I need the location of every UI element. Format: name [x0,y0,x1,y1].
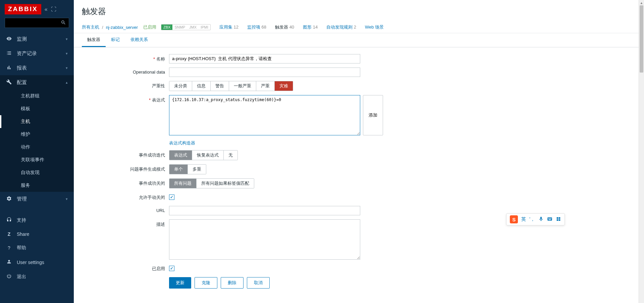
chevron-down-icon: ▾ [66,51,68,56]
agent-badge: ZBX SNMP JMX IPMI [161,24,211,30]
nav-administration[interactable]: 管理 ▾ [0,192,74,206]
severity-information[interactable]: 信息 [192,81,211,91]
cancel-button[interactable]: 取消 [247,277,270,289]
status-enabled: 已启用 [143,24,156,30]
tabs: 触发器 标记 依赖关系 [74,33,639,47]
sidebar-top: ZABBIX « ⛶ [0,0,74,18]
severity-disaster[interactable]: 灾难 [275,81,293,91]
severity-group: 未分类 信息 警告 一般严重 严重 灾难 [169,81,293,91]
label-name: *名称 [82,54,169,62]
filter-graphs[interactable]: 图形 14 [303,24,318,30]
ime-punct-icon[interactable]: '， [529,216,535,222]
scroll-thumb[interactable] [640,5,643,73]
subnav-hostgroups[interactable]: 主机群组 [0,90,74,102]
action-buttons: 更新 克隆 删除 取消 [169,277,631,289]
ime-mic-icon[interactable] [538,216,544,223]
scrollbar[interactable]: ▲ [639,0,644,303]
bc-all-hosts[interactable]: 所有主机 [82,24,99,30]
input-name[interactable] [169,54,360,63]
ime-lang[interactable]: 英 [521,216,526,222]
bottom-logout[interactable]: 退出 [0,269,74,284]
problemmode-multiple[interactable]: 多重 [188,165,206,174]
search-icon[interactable] [61,20,66,26]
sidebar: ZABBIX « ⛶ 监测 ▾ 资产记录 ▾ 报表 ▾ [0,0,74,303]
label-opdata: Operational data [82,68,169,75]
expression-constructor-link[interactable]: 表达式构造器 [169,140,195,145]
subnav-templates[interactable]: 模板 [0,102,74,115]
label-desc: 描述 [82,219,169,227]
okevent-none[interactable]: 无 [224,150,237,160]
filter-applications[interactable]: 应用集 12 [219,24,238,30]
main: 触发器 所有主机 / nj-zabbix_server 已启用 ZBX SNMP… [74,0,639,303]
problemmode-single[interactable]: 单个 [169,165,188,174]
subnav-services[interactable]: 服务 [0,179,74,192]
textarea-expression[interactable]: {172.16.10.37:a_proxy_status.fuzzytime(6… [169,95,360,135]
tab-tags[interactable]: 标记 [106,33,125,47]
bottom-share[interactable]: Z Share [0,227,74,241]
severity-warning[interactable]: 警告 [211,81,229,91]
power-icon [6,273,12,280]
severity-notclassified[interactable]: 未分类 [169,81,192,91]
ime-logo-icon: S [510,215,518,223]
update-button[interactable]: 更新 [169,277,191,289]
bottom-help[interactable]: ? 帮助 [0,241,74,255]
chevron-down-icon: ▾ [66,37,68,41]
label-problemmode: 问题事件生成模式 [82,164,169,172]
ime-bar[interactable]: S 英 '， [506,213,565,225]
add-expression-button[interactable]: 添加 [363,95,383,135]
z-icon: Z [6,231,12,237]
subnav-hosts[interactable]: 主机 [0,115,74,128]
filter-discovery[interactable]: 自动发现规则 2 [326,24,356,30]
search-box[interactable] [5,18,69,28]
form-area: *名称 Operational data 严重性 未分类 信息 警告 一般严重 … [74,47,639,295]
search-wrap [0,18,74,32]
input-url[interactable] [169,206,360,215]
checkbox-enabled[interactable] [169,266,174,271]
delete-button[interactable]: 删除 [221,277,244,289]
filter-triggers[interactable]: 触发器 40 [275,24,294,30]
bottom-support[interactable]: 支持 [0,213,74,227]
eye-icon [6,36,12,42]
search-input[interactable] [8,20,61,25]
page-title: 触发器 [82,6,631,17]
nav-monitoring[interactable]: 监测 ▾ [0,32,74,46]
okclose-all[interactable]: 所有问题 [169,179,197,188]
page-header: 触发器 [74,0,639,21]
nav-reports[interactable]: 报表 ▾ [0,61,74,75]
tab-trigger[interactable]: 触发器 [82,33,106,47]
clone-button[interactable]: 克隆 [195,277,217,289]
nav-inventory[interactable]: 资产记录 ▾ [0,46,74,61]
collapse-icon[interactable]: « [45,6,48,12]
subnav-actions[interactable]: 动作 [0,141,74,154]
gear-icon [6,196,12,202]
filter-items[interactable]: 监控项 68 [247,24,266,30]
fullscreen-icon[interactable]: ⛶ [51,6,56,12]
label-okclose: 事件成功关闭 [82,178,169,186]
breadcrumb-row: 所有主机 / nj-zabbix_server 已启用 ZBX SNMP JMX… [74,21,639,33]
logo[interactable]: ZABBIX [5,4,41,14]
bc-host[interactable]: nj-zabbix_server [106,25,138,30]
severity-high[interactable]: 严重 [256,81,275,91]
subnav-maintenance[interactable]: 维护 [0,128,74,141]
input-opdata[interactable] [169,68,360,77]
question-icon: ? [6,245,12,251]
okevent-recovery[interactable]: 恢复表达式 [192,150,224,160]
textarea-desc[interactable] [169,219,360,260]
subnav-discovery[interactable]: 自动发现 [0,166,74,179]
bottom-usersettings[interactable]: User settings [0,255,74,269]
tab-dependencies[interactable]: 依赖关系 [125,33,153,47]
okevent-expression[interactable]: 表达式 [169,150,192,160]
subnav-correlation[interactable]: 关联项事件 [0,154,74,166]
filter-web[interactable]: Web 场景 [365,24,384,30]
okclose-tagmatch[interactable]: 所有问题如果标签值匹配 [197,179,254,188]
ime-grid-icon[interactable] [556,216,561,223]
checkbox-manualclose[interactable] [169,194,174,200]
list-icon [6,50,12,57]
chevron-down-icon: ▾ [66,66,68,70]
label-severity: 严重性 [82,81,169,89]
nav-configuration[interactable]: 配置 ▴ [0,75,74,90]
chart-icon [6,65,12,71]
ime-keyboard-icon[interactable] [547,216,552,223]
scroll-up-icon[interactable]: ▲ [639,0,644,5]
severity-average[interactable]: 一般严重 [229,81,256,91]
